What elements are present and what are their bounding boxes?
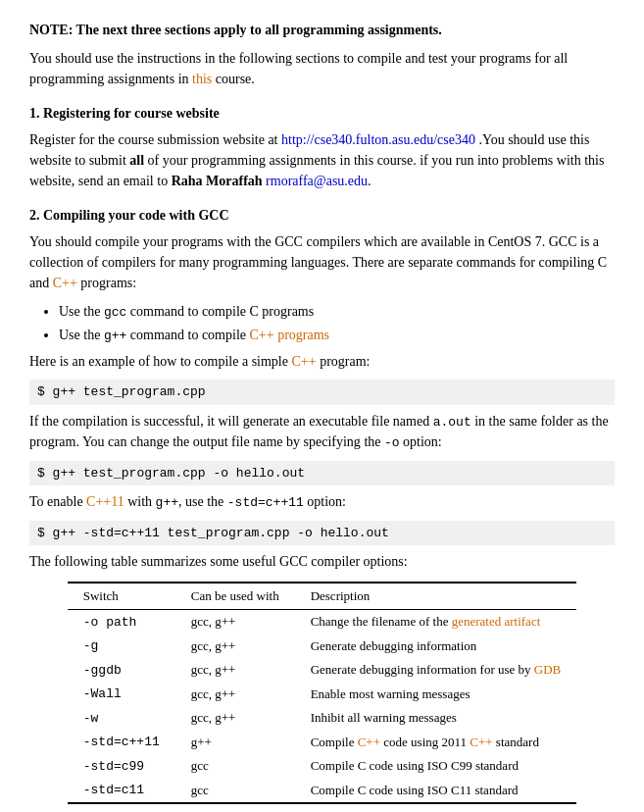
table-switch-cell: -std=c11 [68, 778, 175, 803]
s2-p1-suf: programs: [77, 276, 136, 290]
table-desc-cell: Compile C++ code using 2011 C++ standard [295, 730, 577, 754]
table-desc-cell: Compile C code using ISO C11 standard [295, 778, 577, 803]
col-desc: Description [295, 583, 577, 609]
table-switch-cell: -std=c99 [68, 754, 175, 779]
table-switch-cell: -g [68, 634, 175, 658]
table-desc-cell: Generate debugging information for use b… [295, 658, 577, 683]
table-intro: The following table summarizes some usef… [29, 551, 615, 572]
table-can-cell: gcc, g++ [175, 634, 295, 658]
code-block-1: $ g++ test_program.cpp [29, 380, 615, 405]
table-can-cell: gcc, g++ [175, 658, 295, 683]
table-can-cell: gcc, g++ [175, 706, 295, 731]
gcc-code: gcc [104, 305, 126, 320]
gcc-options-table: Switch Can be used with Description -o p… [68, 582, 577, 804]
example-pre: Here is an example of how to compile a s… [29, 354, 291, 369]
table-row: -ggdbgcc, g++Generate debugging informat… [68, 658, 577, 683]
intro-suffix: course. [212, 72, 255, 86]
email-link[interactable]: rmoraffa@asu.edu [266, 174, 368, 188]
compile-option-pre: the [361, 434, 384, 449]
table-can-cell: g++ [175, 730, 295, 754]
table-can-cell: gcc [175, 778, 295, 803]
enable-mid: with [124, 494, 156, 509]
table-desc-cell: Compile C code using ISO C99 standard [295, 754, 577, 779]
table-switch-cell: -ggdb [68, 658, 175, 683]
gpp-code: g++ [104, 329, 126, 343]
table-row: -Wallgcc, g++Enable most warning message… [68, 682, 577, 706]
enable-pre: To enable [29, 494, 86, 509]
o-option-code: -o [384, 435, 400, 450]
specifying-text: specifying [304, 434, 361, 449]
compile-option-suf: option: [400, 434, 442, 449]
table-switch-cell: -std=c++11 [68, 730, 175, 754]
cpp-programs-link[interactable]: C++ programs [250, 328, 330, 342]
table-switch-cell: -w [68, 706, 175, 731]
section2-title: 2. Compiling your code with GCC [29, 205, 615, 226]
table-row: -std=c99gccCompile C code using ISO C99 … [68, 754, 577, 779]
s1-name: Raha Moraffah [172, 174, 263, 188]
enable-p: To enable C++11 with g++, use the -std=c… [29, 491, 615, 513]
example-suf: program: [317, 354, 371, 369]
table-row: -o pathgcc, g++Change the filename of th… [68, 609, 577, 634]
table-row: -std=c11gccCompile C code using ISO C11 … [68, 778, 577, 803]
col-can: Can be used with [175, 583, 295, 609]
code-block-2: $ g++ test_program.cpp -o hello.out [29, 461, 615, 486]
bullets-list: Use the gcc command to compile C program… [59, 301, 615, 345]
table-desc-cell: Generate debugging information [295, 634, 577, 658]
example-cpp: C++ [291, 354, 316, 369]
std-option-code: -std=c++11 [227, 495, 304, 510]
s1-pre: Register for the course submission websi… [29, 132, 281, 147]
compile-success-p: If the compilation is successful, it wil… [29, 411, 615, 453]
table-desc-cell: Change the filename of the generated art… [295, 609, 577, 634]
table-switch-cell: -Wall [68, 682, 175, 706]
bullet-gcc: Use the gcc command to compile C program… [59, 301, 615, 323]
s1-all-bold: all [129, 153, 144, 168]
table-can-cell: gcc, g++ [175, 682, 295, 706]
this-link[interactable]: this [192, 72, 212, 86]
aout-code: a.out [433, 415, 471, 430]
section1-title: 1. Registering for course website [29, 103, 615, 124]
section2-p1: You should compile your programs with th… [29, 231, 615, 293]
compile-pre: If the compilation is successful, it wil… [29, 414, 433, 429]
col-switch: Switch [68, 583, 175, 609]
note-bold: NOTE: The next three sections apply to a… [29, 23, 442, 37]
code-block-3: $ g++ -std=c++11 test_program.cpp -o hel… [29, 521, 615, 546]
cse340-link[interactable]: http://cse340.fulton.asu.edu/cse340 [281, 132, 475, 147]
section1-paragraph: Register for the course submission websi… [29, 129, 615, 191]
example-intro: Here is an example of how to compile a s… [29, 351, 615, 372]
table-row: -wgcc, g++Inhibit all warning messages [68, 706, 577, 731]
note-paragraph: NOTE: The next three sections apply to a… [29, 20, 615, 40]
intro-paragraph: You should use the instructions in the f… [29, 48, 615, 89]
table-row: -std=c++11g++Compile C++ code using 2011… [68, 730, 577, 754]
table-can-cell: gcc, g++ [175, 609, 295, 634]
table-can-cell: gcc [175, 754, 295, 779]
cpp11-text: C++11 [86, 494, 124, 509]
table-desc-cell: Inhibit all warning messages [295, 706, 577, 731]
intro-text: You should use the instructions in the f… [29, 51, 568, 86]
table-switch-cell: -o path [68, 609, 175, 634]
table-desc-cell: Enable most warning messages [295, 682, 577, 706]
enable-option-suf: option: [304, 494, 346, 509]
s1-email-suffix: . [368, 174, 372, 188]
enable-suf: , use the [178, 494, 227, 509]
cpp-link[interactable]: C++ [53, 276, 77, 290]
bullet-gpp: Use the g++ command to compile C++ progr… [59, 325, 615, 346]
table-row: -ggcc, g++Generate debugging information [68, 634, 577, 658]
gpp-text: g++ [156, 495, 178, 510]
table-header-row: Switch Can be used with Description [68, 583, 577, 609]
